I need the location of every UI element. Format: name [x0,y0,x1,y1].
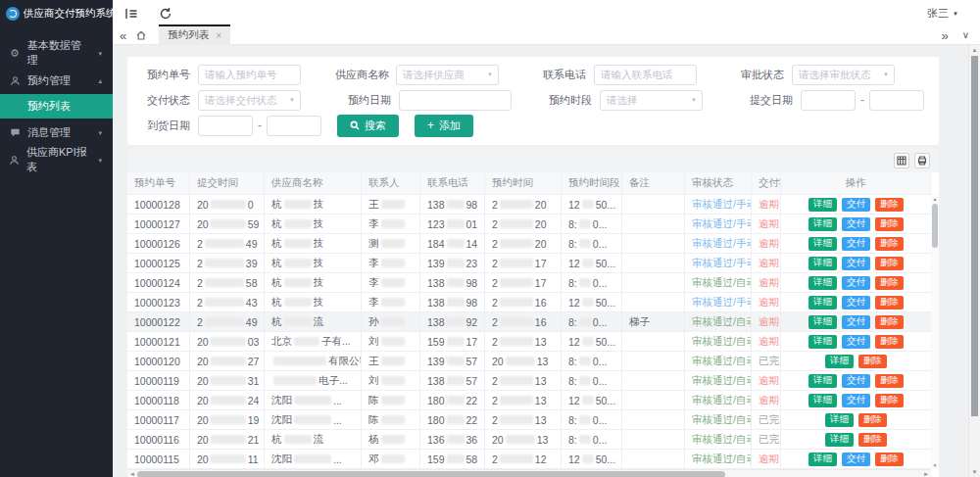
deliver-button[interactable]: 交付 [842,296,870,310]
filter-input[interactable] [198,116,253,136]
table-row[interactable]: 10000122249杭流孙138922168:0...梯子审核通过/自动逾期详… [127,312,931,332]
tabs-dropdown-icon[interactable]: ∨ [962,30,969,40]
detail-button[interactable]: 详细 [825,433,854,447]
deliver-button[interactable]: 交付 [842,315,870,329]
print-icon[interactable] [914,153,930,168]
add-button[interactable]: +添加 [415,115,473,137]
detail-button[interactable]: 详细 [808,296,837,310]
filter-input[interactable] [198,65,301,85]
delete-button[interactable]: 删除 [858,355,887,368]
cell-delivery-status: 已完成 [752,410,781,429]
delete-button[interactable]: 删除 [875,237,904,251]
delete-button[interactable]: 删除 [875,217,904,231]
delete-button[interactable]: 删除 [875,315,904,329]
table-row[interactable]: 100001182024沈阳...陈180222131250...审核通过/自动… [127,391,931,410]
delete-button[interactable]: 删除 [875,296,904,310]
table-row[interactable]: 100001202027有限公司王1395720138:0...审核通过/自动已… [127,352,931,371]
filter-select[interactable] [600,90,703,111]
sidebar-item-预约管理[interactable]: 预约管理▲ [0,67,113,94]
detail-button[interactable]: 详细 [808,237,837,251]
close-icon[interactable]: × [216,30,221,41]
table-scrollbar[interactable]: ▲ ▼ [931,195,939,469]
detail-button[interactable]: 详细 [808,276,837,290]
detail-button[interactable]: 详细 [808,257,837,270]
cell-remark [622,234,685,253]
filter-input[interactable] [801,90,856,111]
deliver-button[interactable]: 交付 [842,257,870,270]
sidebar-collapse-icon[interactable] [124,6,139,21]
table-row[interactable]: 100001152011沈阳...邓159582121250...审核通过/自动… [127,450,931,469]
tabs-scroll-right-icon[interactable]: » [941,29,948,42]
filter-input[interactable] [399,90,512,111]
deliver-button[interactable]: 交付 [842,394,870,407]
sidebar-item-基本数据管理[interactable]: ⚙基本数据管理▼ [0,39,113,67]
cell-contact: 李 [362,273,420,292]
detail-button[interactable]: 详细 [808,315,837,329]
table-row[interactable]: 100001162021杭流杨1363620138:0...审核通过/自动已完成… [127,430,931,450]
search-button[interactable]: 搜索 [337,115,399,137]
scroll-left-icon[interactable]: ◄ [129,471,135,477]
table-row[interactable]: 100001172019沈阳...陈180222138:0...审核通过/自动已… [127,410,931,430]
user-menu[interactable]: 张三 ▼ [927,6,968,21]
delete-button[interactable]: 删除 [875,394,904,407]
sidebar-subitem-预约列表[interactable]: 预约列表 [0,94,113,119]
delete-button[interactable]: 删除 [858,433,887,447]
columns-icon[interactable] [894,153,909,168]
detail-button[interactable]: 详细 [808,453,837,466]
refresh-icon[interactable] [159,6,173,21]
scroll-up-icon[interactable]: ▲ [931,196,939,202]
deliver-button[interactable]: 交付 [842,198,870,212]
filter-input[interactable] [869,90,924,111]
table-row[interactable]: 100001212003北京子有...刘159172131250...审核通过/… [127,332,931,352]
table-row[interactable]: 10000128200杭技王138982201250...审核通过/手动逾期详细… [127,195,931,215]
detail-button[interactable]: 详细 [808,335,837,349]
delete-button[interactable]: 删除 [875,374,904,388]
table-scrollbar-thumb[interactable] [932,204,938,248]
detail-button[interactable]: 详细 [825,413,854,427]
detail-button[interactable]: 详细 [808,374,837,388]
tab-reservation-list[interactable]: 预约列表 × [159,26,230,45]
filter-select[interactable] [396,65,499,85]
sidebar-item-供应商KPI报表[interactable]: 供应商KPI报表▼ [0,146,113,173]
deliver-button[interactable]: 交付 [842,374,870,388]
delete-button[interactable]: 删除 [875,335,904,349]
detail-button[interactable]: 详细 [808,198,837,212]
deliver-button[interactable]: 交付 [842,237,870,251]
detail-button[interactable]: 详细 [825,355,854,368]
deliver-button[interactable]: 交付 [842,276,870,290]
sidebar-item-消息管理[interactable]: 消息管理▼ [0,119,113,146]
table-row[interactable]: 100001192031电子...刘138572138:0...审核通过/自动逾… [127,371,931,391]
horizontal-scrollbar-thumb[interactable] [137,471,725,477]
delete-button[interactable]: 删除 [875,198,904,212]
delete-button[interactable]: 删除 [875,257,904,270]
deliver-button[interactable]: 交付 [842,217,870,231]
redacted-text [447,219,465,228]
scroll-up-icon[interactable]: ▲ [969,47,980,53]
scroll-right-icon[interactable]: ► [923,471,929,477]
deliver-button[interactable]: 交付 [842,335,870,349]
delete-button[interactable]: 删除 [875,453,904,466]
horizontal-scrollbar[interactable]: ◄ ► [127,469,931,477]
deliver-button[interactable]: 交付 [842,453,870,466]
table-row[interactable]: 100001272059杭技李123012208:0...审核通过/手动逾期详细… [127,215,931,234]
table-row[interactable]: 10000126249杭技测184142208:0...审核通过/手动逾期详细交… [127,234,931,254]
detail-button[interactable]: 详细 [808,394,837,407]
detail-button[interactable]: 详细 [808,217,837,231]
cell-text: 20 [535,199,547,211]
table-row[interactable]: 10000124258杭技李138982178:0...审核通过/自动逾期详细交… [127,273,931,293]
filter-input[interactable] [594,65,697,85]
delete-button[interactable]: 删除 [875,276,904,290]
table-row[interactable]: 10000123243杭技李138982161250...审核通过/手动逾期详细… [127,293,931,312]
page-scrollbar[interactable]: ▲ ▼ [968,45,980,477]
page-scrollbar-thumb[interactable] [971,56,978,416]
home-icon[interactable] [135,28,150,43]
scroll-down-icon[interactable]: ▼ [969,469,980,475]
tabs-scroll-left-icon[interactable]: « [120,29,126,42]
filter-input[interactable] [267,116,321,136]
filter-select[interactable] [792,65,895,85]
scroll-down-icon[interactable]: ▼ [931,462,939,468]
filter-select[interactable] [198,90,301,111]
delete-button[interactable]: 删除 [858,413,887,427]
table-row[interactable]: 10000125239杭技李139232171250...审核通过/手动逾期详细… [127,254,931,273]
cell-text: 13 [535,414,547,426]
